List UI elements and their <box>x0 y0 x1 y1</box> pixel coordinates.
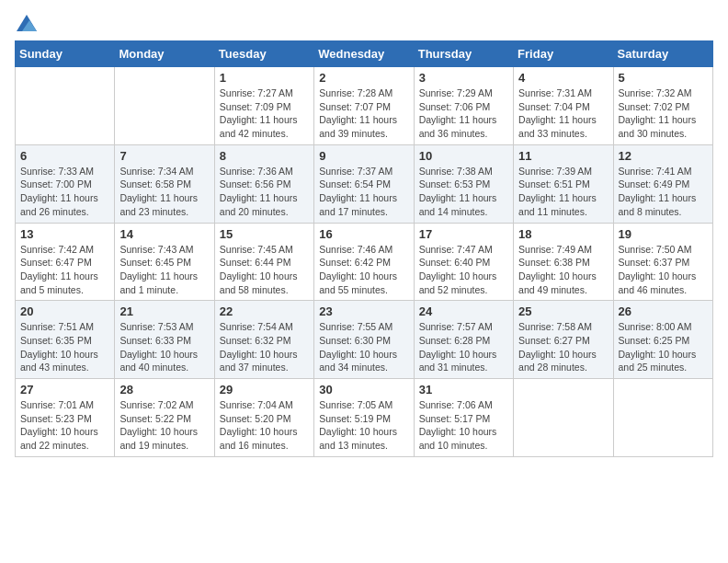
calendar-cell: 9Sunrise: 7:37 AMSunset: 6:54 PMDaylight… <box>314 144 414 223</box>
day-info: Sunrise: 7:06 AMSunset: 5:17 PMDaylight:… <box>419 398 508 453</box>
day-number: 4 <box>518 71 608 85</box>
day-info: Sunrise: 7:57 AMSunset: 6:28 PMDaylight:… <box>419 320 508 374</box>
day-info: Sunrise: 7:50 AMSunset: 6:37 PMDaylight:… <box>619 243 708 297</box>
day-number: 28 <box>119 383 209 396</box>
calendar-cell: 17Sunrise: 7:47 AMSunset: 6:40 PMDayligh… <box>414 223 513 301</box>
day-info: Sunrise: 7:51 AMSunset: 6:35 PMDaylight:… <box>20 320 109 374</box>
day-number: 7 <box>119 149 209 163</box>
calendar-cell: 13Sunrise: 7:42 AMSunset: 6:47 PMDayligh… <box>16 223 115 301</box>
weekday-header-row: SundayMondayTuesdayWednesdayThursdayFrid… <box>16 41 713 67</box>
calendar-cell: 25Sunrise: 7:58 AMSunset: 6:27 PMDayligh… <box>514 301 613 379</box>
calendar-cell: 15Sunrise: 7:45 AMSunset: 6:44 PMDayligh… <box>214 223 313 301</box>
calendar-cell: 11Sunrise: 7:39 AMSunset: 6:51 PMDayligh… <box>514 144 613 223</box>
day-number: 8 <box>220 149 309 163</box>
calendar-cell: 19Sunrise: 7:50 AMSunset: 6:37 PMDayligh… <box>613 223 712 301</box>
calendar-cell: 12Sunrise: 7:41 AMSunset: 6:49 PMDayligh… <box>613 144 712 223</box>
calendar-cell: 22Sunrise: 7:54 AMSunset: 6:32 PMDayligh… <box>214 301 313 379</box>
calendar-cell <box>16 67 115 145</box>
day-number: 27 <box>20 383 109 396</box>
day-info: Sunrise: 7:36 AMSunset: 6:56 PMDaylight:… <box>220 165 309 219</box>
calendar-week-1: 1Sunrise: 7:27 AMSunset: 7:09 PMDaylight… <box>16 67 713 145</box>
weekday-header-wednesday: Wednesday <box>314 41 414 67</box>
calendar-cell: 21Sunrise: 7:53 AMSunset: 6:33 PMDayligh… <box>115 301 214 379</box>
day-number: 20 <box>20 304 109 318</box>
day-number: 21 <box>119 304 209 318</box>
page-header <box>15 15 713 31</box>
day-number: 29 <box>220 383 309 396</box>
calendar-cell: 4Sunrise: 7:31 AMSunset: 7:04 PMDaylight… <box>514 67 613 145</box>
day-info: Sunrise: 7:55 AMSunset: 6:30 PMDaylight:… <box>319 320 408 374</box>
day-info: Sunrise: 7:49 AMSunset: 6:38 PMDaylight:… <box>518 243 608 297</box>
day-number: 5 <box>619 71 708 85</box>
weekday-header-friday: Friday <box>514 41 613 67</box>
day-info: Sunrise: 7:01 AMSunset: 5:23 PMDaylight:… <box>20 398 109 453</box>
day-info: Sunrise: 7:32 AMSunset: 7:02 PMDaylight:… <box>619 86 708 141</box>
day-info: Sunrise: 7:05 AMSunset: 5:19 PMDaylight:… <box>319 398 408 453</box>
day-info: Sunrise: 7:45 AMSunset: 6:44 PMDaylight:… <box>220 243 309 297</box>
day-info: Sunrise: 7:04 AMSunset: 5:20 PMDaylight:… <box>220 398 309 453</box>
calendar-cell: 8Sunrise: 7:36 AMSunset: 6:56 PMDaylight… <box>214 144 313 223</box>
calendar-cell: 27Sunrise: 7:01 AMSunset: 5:23 PMDayligh… <box>16 379 115 457</box>
day-info: Sunrise: 7:53 AMSunset: 6:33 PMDaylight:… <box>119 320 209 374</box>
calendar-cell: 14Sunrise: 7:43 AMSunset: 6:45 PMDayligh… <box>115 223 214 301</box>
day-info: Sunrise: 7:42 AMSunset: 6:47 PMDaylight:… <box>20 243 109 297</box>
weekday-header-monday: Monday <box>115 41 214 67</box>
day-info: Sunrise: 7:39 AMSunset: 6:51 PMDaylight:… <box>518 165 608 219</box>
calendar-cell: 1Sunrise: 7:27 AMSunset: 7:09 PMDaylight… <box>214 67 313 145</box>
day-info: Sunrise: 7:46 AMSunset: 6:42 PMDaylight:… <box>319 243 408 297</box>
weekday-header-sunday: Sunday <box>16 41 115 67</box>
calendar-cell: 2Sunrise: 7:28 AMSunset: 7:07 PMDaylight… <box>314 67 414 145</box>
day-number: 9 <box>319 149 408 163</box>
weekday-header-thursday: Thursday <box>414 41 513 67</box>
calendar-week-2: 6Sunrise: 7:33 AMSunset: 7:00 PMDaylight… <box>16 144 713 223</box>
weekday-header-tuesday: Tuesday <box>214 41 313 67</box>
day-number: 1 <box>220 71 309 85</box>
day-info: Sunrise: 7:27 AMSunset: 7:09 PMDaylight:… <box>220 86 309 141</box>
calendar-cell: 24Sunrise: 7:57 AMSunset: 6:28 PMDayligh… <box>414 301 513 379</box>
calendar-cell: 16Sunrise: 7:46 AMSunset: 6:42 PMDayligh… <box>314 223 414 301</box>
calendar-cell <box>115 67 214 145</box>
calendar-cell <box>514 379 613 457</box>
day-number: 23 <box>319 304 408 318</box>
calendar-cell: 23Sunrise: 7:55 AMSunset: 6:30 PMDayligh… <box>314 301 414 379</box>
calendar-cell: 29Sunrise: 7:04 AMSunset: 5:20 PMDayligh… <box>214 379 313 457</box>
day-number: 24 <box>419 304 508 318</box>
day-info: Sunrise: 8:00 AMSunset: 6:25 PMDaylight:… <box>619 320 708 374</box>
calendar-cell: 10Sunrise: 7:38 AMSunset: 6:53 PMDayligh… <box>414 144 513 223</box>
day-number: 2 <box>319 71 408 85</box>
day-number: 15 <box>220 227 309 241</box>
day-number: 14 <box>119 227 209 241</box>
calendar-cell <box>613 379 712 457</box>
day-number: 22 <box>220 304 309 318</box>
day-number: 3 <box>419 71 508 85</box>
calendar-week-5: 27Sunrise: 7:01 AMSunset: 5:23 PMDayligh… <box>16 379 713 457</box>
logo-icon <box>17 15 37 31</box>
day-info: Sunrise: 7:38 AMSunset: 6:53 PMDaylight:… <box>419 165 508 219</box>
day-number: 30 <box>319 383 408 396</box>
calendar-cell: 5Sunrise: 7:32 AMSunset: 7:02 PMDaylight… <box>613 67 712 145</box>
day-number: 17 <box>419 227 508 241</box>
day-number: 11 <box>518 149 608 163</box>
day-info: Sunrise: 7:33 AMSunset: 7:00 PMDaylight:… <box>20 165 109 219</box>
day-number: 31 <box>419 383 508 396</box>
day-info: Sunrise: 7:41 AMSunset: 6:49 PMDaylight:… <box>619 165 708 219</box>
day-number: 25 <box>518 304 608 318</box>
day-info: Sunrise: 7:02 AMSunset: 5:22 PMDaylight:… <box>119 398 209 453</box>
calendar-cell: 18Sunrise: 7:49 AMSunset: 6:38 PMDayligh… <box>514 223 613 301</box>
calendar-table: SundayMondayTuesdayWednesdayThursdayFrid… <box>15 40 713 457</box>
day-info: Sunrise: 7:47 AMSunset: 6:40 PMDaylight:… <box>419 243 508 297</box>
calendar-cell: 31Sunrise: 7:06 AMSunset: 5:17 PMDayligh… <box>414 379 513 457</box>
day-info: Sunrise: 7:28 AMSunset: 7:07 PMDaylight:… <box>319 86 408 141</box>
calendar-cell: 7Sunrise: 7:34 AMSunset: 6:58 PMDaylight… <box>115 144 214 223</box>
logo <box>15 15 37 31</box>
day-number: 12 <box>619 149 708 163</box>
calendar-week-3: 13Sunrise: 7:42 AMSunset: 6:47 PMDayligh… <box>16 223 713 301</box>
day-info: Sunrise: 7:54 AMSunset: 6:32 PMDaylight:… <box>220 320 309 374</box>
day-number: 19 <box>619 227 708 241</box>
day-info: Sunrise: 7:31 AMSunset: 7:04 PMDaylight:… <box>518 86 608 141</box>
day-number: 13 <box>20 227 109 241</box>
day-info: Sunrise: 7:34 AMSunset: 6:58 PMDaylight:… <box>119 165 209 219</box>
day-number: 18 <box>518 227 608 241</box>
day-info: Sunrise: 7:37 AMSunset: 6:54 PMDaylight:… <box>319 165 408 219</box>
day-info: Sunrise: 7:43 AMSunset: 6:45 PMDaylight:… <box>119 243 209 297</box>
